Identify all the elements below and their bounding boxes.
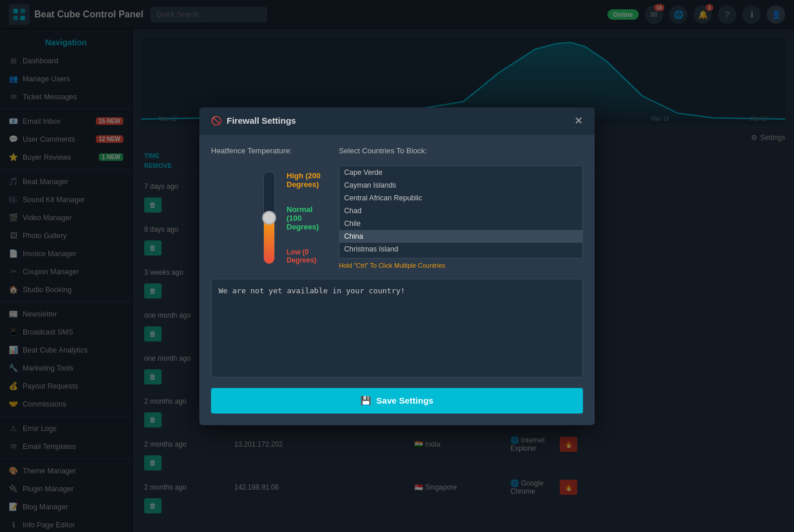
- countries-listbox[interactable]: Cape VerdeCayman IslandsCentral African …: [339, 166, 583, 258]
- firewall-icon: 🚫: [211, 116, 222, 126]
- country-item[interactable]: Cayman Islands: [339, 179, 582, 192]
- modal-overlay: 🚫 Firewall Settings ✕ Heatfence Temperat…: [0, 0, 794, 532]
- modal-controls-row: High (200 Degrees) Normal (100 Degrees) …: [211, 166, 583, 270]
- slider-track: [263, 171, 275, 264]
- modal-title: 🚫 Firewall Settings: [211, 116, 296, 126]
- modal-labels-row: Heatfence Temperature: Select Countries …: [211, 146, 583, 160]
- country-item[interactable]: Cocos (Keeling) Islands: [339, 256, 582, 258]
- save-icon: 💾: [360, 396, 371, 406]
- country-item[interactable]: Chad: [339, 204, 582, 217]
- countries-hint: Hold "Ctrl" To Click Multiple Countries: [339, 262, 583, 269]
- countries-section: Cape VerdeCayman IslandsCentral African …: [339, 166, 583, 270]
- message-section: [211, 279, 583, 379]
- save-label: Save Settings: [376, 396, 433, 405]
- modal-body: Heatfence Temperature: Select Countries …: [199, 135, 595, 425]
- heatfence-label: Heatfence Temperature:: [211, 146, 327, 155]
- country-item[interactable]: China: [339, 230, 582, 243]
- countries-label: Select Countries To Block:: [339, 146, 583, 155]
- slider-labels: High (200 Degrees) Normal (100 Degrees) …: [287, 166, 327, 270]
- slider-low-label: Low (0 Degrees): [287, 248, 327, 264]
- save-settings-button[interactable]: 💾 Save Settings: [211, 388, 583, 414]
- firewall-settings-modal: 🚫 Firewall Settings ✕ Heatfence Temperat…: [199, 107, 595, 425]
- country-item[interactable]: Christmas Island: [339, 243, 582, 256]
- slider-normal-label: Normal (100 Degrees): [287, 205, 327, 231]
- slider-thumb[interactable]: [262, 211, 276, 225]
- slider-high-label: High (200 Degrees): [287, 171, 327, 189]
- country-item[interactable]: Cape Verde: [339, 166, 582, 179]
- modal-header: 🚫 Firewall Settings ✕: [199, 107, 595, 135]
- heatfence-slider-section: High (200 Degrees) Normal (100 Degrees) …: [211, 166, 327, 270]
- slider-container: High (200 Degrees) Normal (100 Degrees) …: [211, 166, 327, 270]
- modal-close-button[interactable]: ✕: [574, 116, 583, 126]
- block-message-textarea[interactable]: [211, 279, 583, 378]
- country-item[interactable]: Chile: [339, 217, 582, 230]
- country-item[interactable]: Central African Republic: [339, 192, 582, 204]
